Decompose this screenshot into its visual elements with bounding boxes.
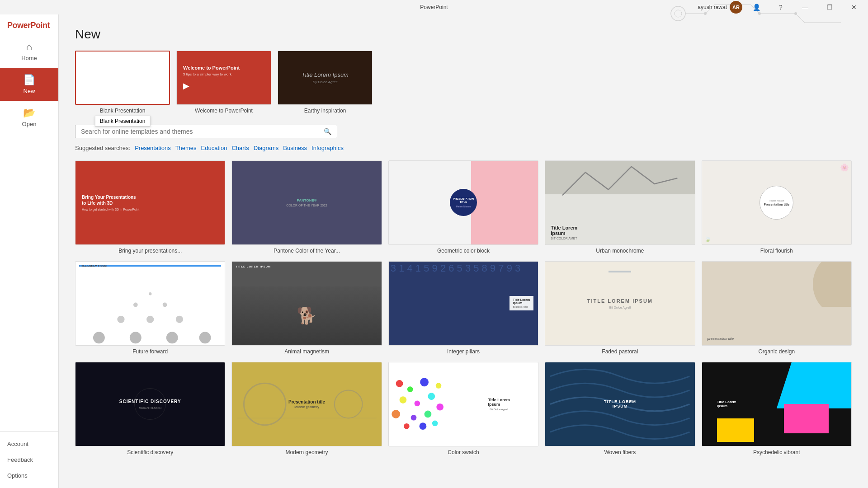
svg-point-13 xyxy=(133,303,138,307)
svg-point-26 xyxy=(396,380,403,387)
psych-pink xyxy=(784,404,829,433)
template-scientific-thumb: SCIENTIFIC DISCOVERY MEGAN NILSSON xyxy=(75,362,225,446)
sidebar-item-options[interactable]: Options xyxy=(0,468,58,483)
future-grid-area xyxy=(75,286,225,345)
sidebar-item-home[interactable]: ⌂ Home xyxy=(0,35,58,68)
welcome-bg: Welcome to PowerPoint 5 tips to a simple… xyxy=(177,51,271,104)
sidebar-item-feedback[interactable]: Feedback xyxy=(0,452,58,468)
template-geometric-name: Geometric color block xyxy=(388,248,538,254)
template-urban[interactable]: Title LoremIpsum SIT COLOR AMET Urban mo… xyxy=(545,160,695,254)
user-name: ayush rawat xyxy=(698,4,727,10)
template-modern-thumb: Presentation title Modern geometry xyxy=(231,362,382,446)
featured-row: Blank Presentation Blank Presentation We… xyxy=(75,51,852,114)
organic-blob xyxy=(802,261,852,307)
organic-title: presentation title xyxy=(708,337,734,341)
user-info[interactable]: ayush rawat AR xyxy=(698,1,742,14)
floral-decoration: 🌸 xyxy=(840,163,849,172)
faded-title: TITLE LOREM IPSUM xyxy=(587,298,653,304)
title-bar-right: ayush rawat AR 👤 ? — ❐ ✕ xyxy=(698,0,864,14)
color-sub: Bit Dolce Agrell xyxy=(490,408,508,411)
blank-tooltip: Blank Presentation xyxy=(95,116,151,127)
blank-bg xyxy=(76,52,169,104)
template-geometric-thumb: PRESENTATIONTITLE Miriam Nilsson xyxy=(388,160,538,245)
template-bring[interactable]: Bring Your Presentationsto Life with 3D … xyxy=(75,160,225,254)
svg-point-12 xyxy=(149,292,151,295)
help-button[interactable]: ? xyxy=(770,0,791,14)
template-animal[interactable]: TITLE LOREM IPSUM 🐕 Animal magnetism xyxy=(231,261,382,355)
svg-point-28 xyxy=(420,378,429,386)
restore-button[interactable]: ❐ xyxy=(819,0,840,14)
sidebar-item-open-label: Open xyxy=(22,121,37,127)
modern-title: Presentation title xyxy=(288,399,325,404)
sidebar-item-new-label: New xyxy=(23,88,35,94)
featured-earthy[interactable]: Title Lorem Ipsum By Dolce Agrell Earthy… xyxy=(278,51,373,114)
geo-name: Miriam Nilsson xyxy=(456,205,471,208)
faded-content: TITLE LOREM IPSUM Bit Dolce Agrell xyxy=(587,298,653,309)
featured-blank[interactable]: Blank Presentation Blank Presentation xyxy=(75,51,170,114)
animal-img: 🐕 xyxy=(232,286,381,345)
sidebar-item-open[interactable]: 📂 Open xyxy=(0,101,58,134)
sci-author: MEGAN NILSSON xyxy=(139,407,161,409)
faded-sub: Bit Dolce Agrell xyxy=(587,306,653,309)
geo-text: PRESENTATIONTITLE xyxy=(453,197,474,204)
template-faded[interactable]: TITLE LOREM IPSUM Bit Dolce Agrell Faded… xyxy=(545,261,695,355)
suggested-infographics[interactable]: Infographics xyxy=(311,145,344,151)
featured-welcome[interactable]: Welcome to PowerPoint 5 tips to a simple… xyxy=(176,51,271,114)
featured-blank-thumb xyxy=(75,51,170,105)
pantone-bg: PANTONE® COLOR OF THE YEAR 2022 xyxy=(232,161,381,244)
template-geometric[interactable]: PRESENTATIONTITLE Miriam Nilsson Geometr… xyxy=(388,160,538,254)
template-woven-thumb: TITLE LOREMIPSUM xyxy=(545,362,695,446)
template-integer[interactable]: 3 1 4 1 5 9 2 6 5 3 5 8 9 7 9 3 Title Lo… xyxy=(388,261,538,355)
template-color[interactable]: Title LoremIpsum Bit Dolce Agrell Color … xyxy=(388,362,538,455)
suggested-themes[interactable]: Themes xyxy=(175,145,197,151)
svg-point-20 xyxy=(166,332,178,344)
color-title: Title LoremIpsum xyxy=(488,398,509,407)
new-icon: 📄 xyxy=(23,74,35,86)
woven-title: TITLE LOREMIPSUM xyxy=(604,399,636,408)
search-input[interactable] xyxy=(81,128,324,135)
page-title: New xyxy=(75,27,852,42)
earthy-title: Title Lorem Ipsum xyxy=(302,71,349,78)
template-future[interactable]: TITLE LOREM IPSUM xyxy=(75,261,225,355)
template-psychedelic[interactable]: Title LoremIpsum Psychedelic vibrant xyxy=(702,362,852,455)
animal-emoji: 🐕 xyxy=(297,306,317,325)
sidebar-item-account[interactable]: Account xyxy=(0,436,58,452)
suggested-education[interactable]: Education xyxy=(201,145,227,151)
template-organic[interactable]: presentation title Organic design xyxy=(702,261,852,355)
suggested-charts[interactable]: Charts xyxy=(231,145,249,151)
template-bring-thumb: Bring Your Presentationsto Life with 3D … xyxy=(75,160,225,245)
template-modern[interactable]: Presentation title Modern geometry Moder… xyxy=(231,362,382,455)
open-icon: 📂 xyxy=(23,107,35,119)
template-floral[interactable]: Project Nilsson Presentation title 🌸 🍃 F… xyxy=(702,160,852,254)
suggested-diagrams[interactable]: Diagrams xyxy=(254,145,279,151)
template-organic-thumb: presentation title xyxy=(702,261,852,346)
floral-subtitle: Project Nilsson xyxy=(769,199,784,202)
template-color-name: Color swatch xyxy=(388,449,538,455)
svg-point-14 xyxy=(163,303,167,307)
floral-circle: Project Nilsson Presentation title xyxy=(760,186,793,220)
sidebar: PowerPoint ⌂ Home 📄 New 📂 Open Account F… xyxy=(0,14,59,488)
template-woven[interactable]: TITLE LOREMIPSUM Woven fibers xyxy=(545,362,695,455)
suggested-business[interactable]: Business xyxy=(283,145,307,151)
template-scientific[interactable]: SCIENTIFIC DISCOVERY MEGAN NILSSON Scien… xyxy=(75,362,225,455)
integer-sub: Bit Dolce Agrell xyxy=(513,305,530,308)
suggested-presentations[interactable]: Presentations xyxy=(135,145,171,151)
home-icon: ⌂ xyxy=(26,41,32,53)
svg-point-22 xyxy=(813,261,852,307)
minimize-button[interactable]: — xyxy=(795,0,816,14)
template-woven-name: Woven fibers xyxy=(545,449,695,455)
close-button[interactable]: ✕ xyxy=(844,0,864,14)
svg-point-32 xyxy=(392,410,400,418)
sidebar-nav: ⌂ Home 📄 New 📂 Open xyxy=(0,35,58,431)
sidebar-item-new[interactable]: 📄 New xyxy=(0,68,58,101)
search-icon[interactable]: 🔍 xyxy=(324,128,331,135)
profile-button[interactable]: 👤 xyxy=(746,0,767,14)
pantone-title: PANTONE® xyxy=(297,198,316,202)
avatar[interactable]: AR xyxy=(730,1,742,14)
svg-point-31 xyxy=(428,393,435,400)
sidebar-bottom: Account Feedback Options xyxy=(0,431,58,488)
template-pantone[interactable]: PANTONE® COLOR OF THE YEAR 2022 Pantone … xyxy=(231,160,382,254)
svg-point-33 xyxy=(411,415,417,421)
template-integer-name: Integer pillars xyxy=(388,348,538,355)
brand-logo: PowerPoint xyxy=(0,14,58,35)
